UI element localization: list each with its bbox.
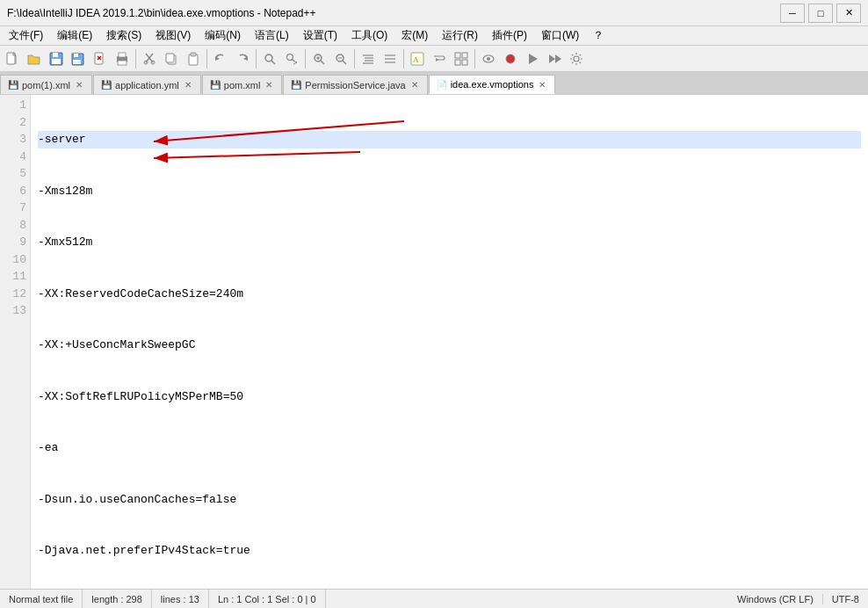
tab-close-button[interactable]: ✕ <box>183 80 193 90</box>
forward-icon <box>547 52 561 66</box>
toolbar-close-button[interactable] <box>90 48 111 69</box>
status-file-type: Normal text file <box>0 590 83 608</box>
tab-label: pom(1).xml <box>22 80 70 90</box>
toolbar-replace-button[interactable] <box>281 48 302 69</box>
toolbar-save-all-button[interactable] <box>68 48 89 69</box>
toolbar-sep-3 <box>256 49 257 69</box>
toolbar-btn-d[interactable] <box>429 48 450 69</box>
toolbar-btn-f[interactable] <box>478 48 499 69</box>
line-number: 9 <box>2 234 26 251</box>
toolbar-save-button[interactable] <box>46 48 67 69</box>
code-line-7: -ea <box>38 439 861 457</box>
list-icon <box>383 52 397 66</box>
menu-file[interactable]: 文件(F) <box>2 26 50 45</box>
toolbar-open-button[interactable] <box>24 48 45 69</box>
toolbar-btn-c[interactable]: A <box>407 48 428 69</box>
wrap-icon <box>432 52 446 66</box>
save-icon <box>49 52 63 66</box>
tab-applicationyml[interactable]: 💾 application.yml ✕ <box>93 75 201 94</box>
toolbar-btn-b[interactable] <box>380 48 401 69</box>
code-line-9: -Djava.net.preferIPv4Stack=true <box>38 542 861 560</box>
save-all-icon <box>71 52 85 66</box>
tab-close-button[interactable]: ✕ <box>537 80 547 90</box>
window-title: F:\Idea\IntelliJ IDEA 2019.1.2\bin\idea.… <box>7 7 780 19</box>
menu-tools[interactable]: 工具(O) <box>344 26 394 45</box>
minimize-button[interactable]: ─ <box>780 4 805 23</box>
toolbar-sep-5 <box>354 49 355 69</box>
tab-close-button[interactable]: ✕ <box>264 80 274 90</box>
toolbar-sep-2 <box>206 49 207 69</box>
svg-point-53 <box>506 54 515 63</box>
toolbar-zoom-in-button[interactable] <box>308 48 329 69</box>
tab-label: idea.exe.vmoptions <box>451 79 534 90</box>
menu-plugins[interactable]: 插件(P) <box>485 26 534 45</box>
toolbar-btn-h[interactable] <box>522 48 543 69</box>
menu-bar: 文件(F) 编辑(E) 搜索(S) 视图(V) 编码(N) 语言(L) 设置(T… <box>0 26 868 46</box>
tab-bar: 💾 pom(1).xml ✕ 💾 application.yml ✕ 💾 pom… <box>0 72 868 95</box>
toolbar-undo-button[interactable] <box>210 48 231 69</box>
tab-close-button[interactable]: ✕ <box>409 80 420 90</box>
svg-marker-25 <box>243 56 248 61</box>
toolbar-paste-button[interactable] <box>183 48 204 69</box>
maximize-button[interactable]: □ <box>808 4 833 23</box>
code-line-1: -server <box>38 131 861 148</box>
svg-line-35 <box>343 61 346 64</box>
svg-rect-48 <box>462 53 467 58</box>
toolbar-zoom-out-button[interactable] <box>330 48 351 69</box>
menu-encoding[interactable]: 编码(N) <box>198 26 248 45</box>
menu-search[interactable]: 搜索(S) <box>99 26 148 45</box>
toolbar-redo-button[interactable] <box>232 48 253 69</box>
tab-pomxml[interactable]: 💾 pom.xml ✕ <box>202 75 283 94</box>
line-number: 3 <box>2 131 26 148</box>
print-icon <box>115 52 129 66</box>
svg-rect-5 <box>52 59 61 64</box>
menu-help[interactable]: ？ <box>586 26 611 45</box>
toolbar: A <box>0 46 868 72</box>
toolbar-btn-a[interactable] <box>358 48 379 69</box>
menu-edit[interactable]: 编辑(E) <box>50 26 99 45</box>
menu-macro[interactable]: 宏(M) <box>394 26 435 45</box>
play-icon <box>525 52 539 66</box>
toolbar-sep-4 <box>305 49 306 69</box>
tab-vmoptions[interactable]: 📄 idea.exe.vmoptions ✕ <box>429 75 556 94</box>
toolbar-btn-g[interactable] <box>500 48 521 69</box>
tab-pom1xml[interactable]: 💾 pom(1).xml ✕ <box>0 75 92 94</box>
line-number: 6 <box>2 183 26 200</box>
status-lines: lines : 13 <box>152 590 209 608</box>
toolbar-btn-e[interactable] <box>451 48 472 69</box>
svg-rect-49 <box>455 60 460 65</box>
menu-view[interactable]: 视图(V) <box>148 26 198 45</box>
line-number: 13 <box>2 302 26 320</box>
find-icon <box>263 52 277 66</box>
undo-icon <box>213 52 228 66</box>
menu-run[interactable]: 运行(R) <box>435 26 485 45</box>
toolbar-find-button[interactable] <box>259 48 280 69</box>
menu-language[interactable]: 语言(L) <box>248 26 296 45</box>
close-button[interactable]: ✕ <box>836 4 861 23</box>
line-number: 4 <box>2 148 26 166</box>
zoom-in-icon <box>312 52 326 66</box>
toolbar-sep-7 <box>474 49 475 69</box>
settings-icon <box>569 52 583 66</box>
code-editor[interactable]: -server -Xms128m -Xmx512m -XX:ReservedCo… <box>31 95 868 589</box>
menu-window[interactable]: 窗口(W) <box>534 26 586 45</box>
svg-marker-24 <box>215 56 220 61</box>
tab-label: pom.xml <box>224 80 261 90</box>
toolbar-copy-button[interactable] <box>161 48 182 69</box>
svg-marker-55 <box>549 54 555 63</box>
line-number: 2 <box>2 114 26 132</box>
svg-point-52 <box>487 57 490 61</box>
paste-icon <box>186 52 200 66</box>
menu-settings[interactable]: 设置(T) <box>296 26 344 45</box>
toolbar-btn-j[interactable] <box>566 48 587 69</box>
toolbar-print-button[interactable] <box>112 48 133 69</box>
toolbar-sep-1 <box>135 49 136 69</box>
toolbar-new-button[interactable] <box>2 48 23 69</box>
toolbar-cut-button[interactable] <box>139 48 160 69</box>
toolbar-btn-i[interactable] <box>544 48 565 69</box>
tab-permissionservice[interactable]: 💾 PermissionService.java ✕ <box>283 75 427 94</box>
status-encoding: UTF-8 <box>823 594 868 604</box>
editor-wrapper: 1 2 3 4 5 6 7 8 9 10 11 12 13 -server -X… <box>0 95 868 589</box>
tab-close-button[interactable]: ✕ <box>74 80 84 90</box>
line-number: 10 <box>2 251 26 269</box>
